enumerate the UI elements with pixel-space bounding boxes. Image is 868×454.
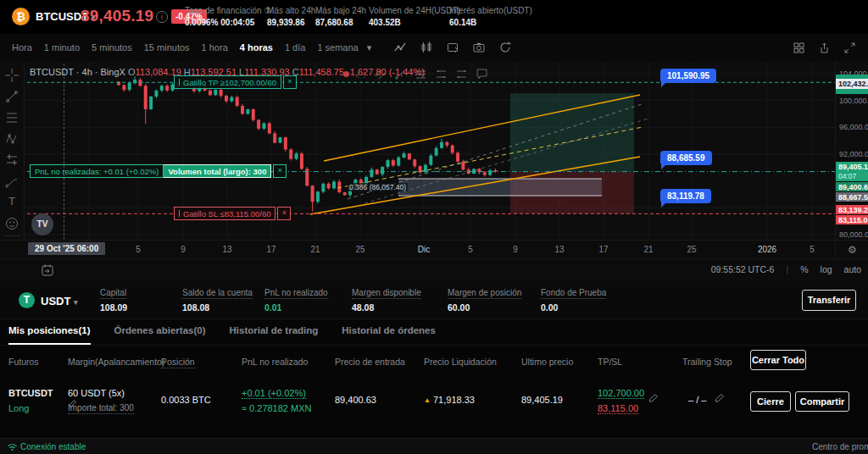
time-tick: 25 — [687, 245, 696, 254]
tp-close-icon[interactable]: × — [283, 75, 297, 89]
pattern-tool-icon[interactable] — [4, 131, 19, 147]
last-price-scale: 89,405.19 — [838, 163, 868, 172]
trendline-fav-icon[interactable] — [394, 68, 407, 80]
close-all-button[interactable]: Cerrar Todo — [750, 350, 806, 370]
account-stat-4: Margen de posición60.00 — [448, 281, 521, 318]
tab-3[interactable]: Historial de órdenes — [342, 318, 436, 345]
row-position-size: 0.0033 BTC — [161, 395, 211, 405]
indicators-icon[interactable] — [393, 41, 407, 54]
percent-scale-button[interactable]: % — [800, 264, 808, 274]
pnl-close-icon[interactable]: × — [273, 164, 287, 178]
legend-title: BTCUSDT · 4h · BingX — [30, 67, 125, 77]
price-scale[interactable]: 104,000.00100,000.0096,000.0092,000.0084… — [835, 61, 868, 240]
row-last-price: 89,405.19 — [521, 395, 563, 405]
auto-scale-button[interactable]: auto — [844, 264, 861, 274]
timeframe-1-día[interactable]: 1 día — [285, 42, 305, 53]
timeframe-Hora[interactable]: Hora — [12, 42, 32, 53]
header: ₿ BTCUSDT ▾ 89,405.19 i -0.47% Tasa de f… — [0, 0, 868, 35]
account-panel: T USDT ▾ Capital108.09Saldo de la cuenta… — [0, 281, 868, 319]
tab-0[interactable]: Mis posiciones(1) — [8, 318, 91, 345]
timeframe-1-semana[interactable]: 1 semana — [317, 42, 358, 53]
close-position-button[interactable]: Cierre — [750, 391, 791, 412]
timeframe-group: Hora1 minuto5 minutos15 minutos1 hora4 h… — [0, 42, 359, 53]
short-position-icon[interactable] — [455, 68, 468, 80]
row-sl: 83,115.00 — [598, 403, 638, 414]
transfer-button[interactable]: Transferir — [802, 290, 856, 311]
pnl-order-label[interactable]: PnL no realizadas: +0.01 (+0.02%) Volume… — [30, 165, 287, 177]
crosshair-date-tooltip: 29 Oct '25 06:00 — [28, 242, 105, 255]
asset-label: USDT — [41, 295, 70, 307]
chart-style-icon[interactable] — [420, 41, 433, 54]
scale-label-sl: 83,115.00 — [836, 215, 868, 224]
tradingview-logo[interactable]: TV — [31, 213, 53, 235]
timeframe-5-minutos[interactable]: 5 minutos — [92, 42, 132, 53]
row-pnl: +0.01 (+0.02%) — [242, 388, 306, 399]
asset-selector[interactable]: USDT ▾ — [41, 295, 78, 307]
tp-order-label[interactable]: Gatillo TP ≥102,700.00/60 × — [174, 76, 297, 88]
edit-tpsl-icon[interactable] — [648, 393, 659, 403]
crosshair-vline — [64, 64, 64, 240]
row-tp: 102,700.00 — [598, 388, 644, 399]
header-stat-2: Más bajo 24h87,680.68 — [315, 0, 366, 34]
time-tick: 13 — [554, 245, 564, 254]
sl-order-label[interactable]: Gatillo SL ≤83,115.00/60 × — [174, 208, 291, 219]
time-tick: 21 — [643, 245, 653, 254]
table-header: Cerrar Todo FuturosMargin(Apalancamiento… — [0, 345, 868, 379]
reset-chart-icon[interactable] — [498, 41, 512, 54]
parallel-channel-icon[interactable] — [374, 68, 387, 80]
price-tick: 100,000.00 — [839, 97, 868, 105]
fib-tool-icon[interactable] — [4, 110, 19, 125]
header-stat-4: Interés abierto(USDT)60.14B — [449, 0, 532, 34]
col-header-8: Trailing Stop — [682, 357, 732, 367]
scale-label-sl-trigger: 83,139.28 — [836, 205, 868, 214]
pnl-order-text: PnL no realizadas: +0.01 (+0.02%) — [35, 167, 159, 176]
chart-toolbar: Hora1 minuto5 minutos15 minutos1 hora4 h… — [0, 34, 868, 62]
col-header-5: Precio Liquidación — [424, 357, 497, 367]
timeframe-4-horas[interactable]: 4 horas — [240, 42, 273, 53]
price-info-icon[interactable]: i — [156, 11, 168, 23]
brush-tool-icon[interactable] — [4, 174, 19, 189]
save-layout-icon[interactable] — [446, 41, 459, 54]
promo-link[interactable]: Centro de promo — [812, 442, 868, 451]
price-bubble-mid: 88,685.59 — [660, 151, 712, 165]
time-axis[interactable]: Nov5913172125Dic591317212520265 — [0, 240, 835, 259]
trendline-tool-icon[interactable] — [4, 89, 19, 104]
time-tick: 17 — [266, 245, 275, 254]
edit-trailing-icon[interactable] — [715, 393, 725, 403]
crosshair-tool-icon[interactable] — [4, 68, 19, 83]
share-icon[interactable] — [818, 42, 831, 54]
time-tick: 5 — [468, 245, 473, 254]
timeframe-more[interactable]: ▾ — [367, 42, 372, 53]
goto-date-icon[interactable] — [41, 263, 54, 277]
chart-area[interactable]: T BTCUSDT · 4h · BingX O113,084.19 H113,… — [0, 61, 868, 281]
sl-close-icon[interactable]: × — [277, 207, 291, 220]
row-trailing: – / – — [688, 395, 706, 405]
tab-1[interactable]: Órdenes abiertas(0) — [114, 318, 206, 345]
account-stat-1: Saldo de la cuenta108.08 — [182, 281, 253, 318]
chart-bottom-bar: 09:55:52 UTC-6 | % log auto — [0, 258, 868, 282]
scale-settings-gear-icon[interactable]: ⚙ — [835, 240, 868, 259]
long-position-icon[interactable] — [435, 68, 448, 80]
position-tool-icon[interactable] — [4, 152, 19, 168]
timeframe-15-minutos[interactable]: 15 minutos — [144, 42, 190, 53]
connection-status: Conexión estable — [20, 442, 86, 451]
layout-grid-icon[interactable] — [793, 42, 805, 54]
text-tool-icon[interactable]: T — [4, 195, 19, 210]
drag-handle-icon[interactable]: ⋮⋮ — [354, 70, 366, 79]
camera-icon[interactable] — [472, 41, 486, 54]
emoji-tool-icon[interactable] — [4, 216, 19, 231]
callout-flag-icon[interactable] — [476, 68, 488, 80]
tab-2[interactable]: Historial de trading — [230, 318, 319, 345]
timeframe-1-minuto[interactable]: 1 minuto — [44, 42, 80, 53]
col-header-7: TP/SL — [598, 357, 622, 367]
last-price: 89,405.19 — [81, 7, 153, 25]
time-tick: Dic — [418, 245, 430, 254]
volume-order-text: Volumen total (largo): 300 — [168, 167, 266, 176]
fullscreen-icon[interactable] — [843, 42, 856, 54]
log-scale-button[interactable]: log — [821, 264, 832, 274]
status-bar: Conexión estable Centro de promo — [0, 438, 868, 454]
fib-fav-icon[interactable] — [415, 68, 427, 80]
share-position-button[interactable]: Compartir — [795, 391, 849, 412]
timeframe-1-hora[interactable]: 1 hora — [202, 42, 228, 53]
record-dot-icon — [343, 71, 349, 77]
